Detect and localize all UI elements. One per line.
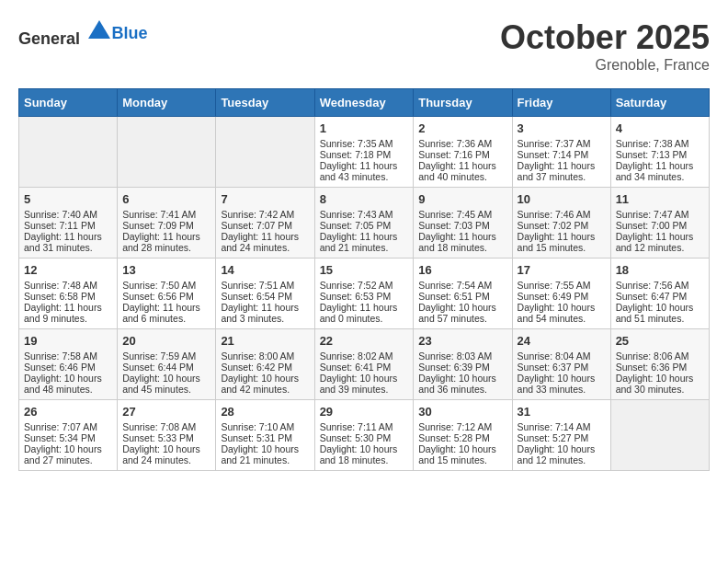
day-number: 6 — [122, 192, 210, 206]
sunrise-text: Sunrise: 8:06 AM — [616, 350, 704, 362]
weekday-header-monday: Monday — [118, 89, 216, 117]
sunrise-text: Sunrise: 7:12 AM — [418, 421, 506, 432]
sunset-text: Sunset: 5:34 PM — [24, 432, 112, 443]
daylight-text: Daylight: 10 hours and 39 minutes. — [320, 373, 409, 395]
calendar-cell: 13Sunrise: 7:50 AMSunset: 6:56 PMDayligh… — [118, 259, 216, 329]
calendar-cell: 25Sunrise: 8:06 AMSunset: 6:36 PMDayligh… — [610, 329, 709, 400]
calendar-cell: 24Sunrise: 8:04 AMSunset: 6:37 PMDayligh… — [512, 329, 610, 400]
day-number: 5 — [24, 192, 112, 206]
sunset-text: Sunset: 6:41 PM — [320, 362, 409, 373]
calendar-week-row: 12Sunrise: 7:48 AMSunset: 6:58 PMDayligh… — [19, 259, 710, 329]
sunrise-text: Sunrise: 7:40 AM — [24, 209, 112, 220]
day-number: 18 — [616, 263, 704, 277]
daylight-text: Daylight: 11 hours and 40 minutes. — [418, 160, 506, 182]
calendar-cell: 11Sunrise: 7:47 AMSunset: 7:00 PMDayligh… — [610, 188, 709, 259]
calendar-table: SundayMondayTuesdayWednesdayThursdayFrid… — [18, 88, 710, 471]
logo-icon — [86, 18, 112, 44]
sunset-text: Sunset: 7:18 PM — [320, 149, 409, 160]
calendar-cell: 15Sunrise: 7:52 AMSunset: 6:53 PMDayligh… — [314, 259, 414, 329]
sunrise-text: Sunrise: 7:55 AM — [518, 280, 606, 291]
day-number: 23 — [418, 334, 506, 348]
sunset-text: Sunset: 6:42 PM — [221, 362, 309, 373]
weekday-header-friday: Friday — [512, 89, 610, 117]
sunset-text: Sunset: 7:07 PM — [221, 220, 309, 231]
daylight-text: Daylight: 10 hours and 15 minutes. — [418, 443, 506, 465]
daylight-text: Daylight: 11 hours and 21 minutes. — [320, 231, 409, 253]
page-header: General Blue October 2025 Grenoble, Fran… — [18, 18, 710, 74]
calendar-cell: 2Sunrise: 7:36 AMSunset: 7:16 PMDaylight… — [414, 117, 512, 188]
calendar-cell: 19Sunrise: 7:58 AMSunset: 6:46 PMDayligh… — [19, 329, 118, 400]
sunrise-text: Sunrise: 7:43 AM — [320, 209, 409, 220]
sunrise-text: Sunrise: 8:02 AM — [320, 350, 409, 362]
daylight-text: Daylight: 11 hours and 15 minutes. — [518, 231, 606, 253]
sunrise-text: Sunrise: 7:45 AM — [418, 209, 506, 220]
sunset-text: Sunset: 7:05 PM — [320, 220, 409, 231]
logo: General Blue — [18, 18, 148, 49]
day-number: 27 — [122, 405, 210, 419]
calendar-cell: 28Sunrise: 7:10 AMSunset: 5:31 PMDayligh… — [216, 400, 314, 471]
sunrise-text: Sunrise: 7:54 AM — [418, 280, 506, 291]
sunset-text: Sunset: 6:39 PM — [418, 362, 506, 373]
daylight-text: Daylight: 11 hours and 12 minutes. — [616, 231, 704, 253]
sunrise-text: Sunrise: 7:47 AM — [616, 209, 704, 220]
daylight-text: Daylight: 11 hours and 3 minutes. — [221, 302, 309, 324]
day-number: 11 — [616, 192, 704, 206]
sunset-text: Sunset: 6:37 PM — [518, 362, 606, 373]
daylight-text: Daylight: 11 hours and 43 minutes. — [320, 160, 409, 182]
calendar-week-row: 5Sunrise: 7:40 AMSunset: 7:11 PMDaylight… — [19, 188, 710, 259]
sunset-text: Sunset: 6:51 PM — [418, 291, 506, 302]
sunset-text: Sunset: 6:56 PM — [122, 291, 210, 302]
calendar-cell: 4Sunrise: 7:38 AMSunset: 7:13 PMDaylight… — [610, 117, 709, 188]
day-number: 21 — [221, 334, 309, 348]
day-number: 16 — [418, 263, 506, 277]
day-number: 19 — [24, 334, 112, 348]
calendar-cell — [610, 400, 709, 471]
sunrise-text: Sunrise: 7:36 AM — [418, 138, 506, 149]
sunrise-text: Sunrise: 7:14 AM — [518, 421, 606, 432]
sunset-text: Sunset: 6:44 PM — [122, 362, 210, 373]
weekday-header-saturday: Saturday — [610, 89, 709, 117]
sunrise-text: Sunrise: 7:52 AM — [320, 280, 409, 291]
calendar-cell: 9Sunrise: 7:45 AMSunset: 7:03 PMDaylight… — [414, 188, 512, 259]
daylight-text: Daylight: 11 hours and 34 minutes. — [616, 160, 704, 182]
sunrise-text: Sunrise: 7:08 AM — [122, 421, 210, 432]
sunset-text: Sunset: 7:09 PM — [122, 220, 210, 231]
calendar-cell — [216, 117, 314, 188]
sunset-text: Sunset: 5:31 PM — [221, 432, 309, 443]
logo-general: General — [18, 29, 80, 48]
day-number: 17 — [518, 263, 606, 277]
title-block: October 2025 Grenoble, France — [500, 18, 710, 74]
day-number: 20 — [122, 334, 210, 348]
sunset-text: Sunset: 7:02 PM — [518, 220, 606, 231]
calendar-cell: 12Sunrise: 7:48 AMSunset: 6:58 PMDayligh… — [19, 259, 118, 329]
day-number: 12 — [24, 263, 112, 277]
calendar-cell: 31Sunrise: 7:14 AMSunset: 5:27 PMDayligh… — [512, 400, 610, 471]
calendar-cell: 14Sunrise: 7:51 AMSunset: 6:54 PMDayligh… — [216, 259, 314, 329]
sunset-text: Sunset: 7:11 PM — [24, 220, 112, 231]
day-number: 7 — [221, 192, 309, 206]
daylight-text: Daylight: 10 hours and 18 minutes. — [320, 443, 409, 465]
calendar-cell: 30Sunrise: 7:12 AMSunset: 5:28 PMDayligh… — [414, 400, 512, 471]
sunrise-text: Sunrise: 7:59 AM — [122, 350, 210, 362]
calendar-cell: 1Sunrise: 7:35 AMSunset: 7:18 PMDaylight… — [314, 117, 414, 188]
day-number: 31 — [518, 405, 606, 419]
sunset-text: Sunset: 6:58 PM — [24, 291, 112, 302]
sunrise-text: Sunrise: 7:51 AM — [221, 280, 309, 291]
daylight-text: Daylight: 10 hours and 21 minutes. — [221, 443, 309, 465]
sunset-text: Sunset: 5:30 PM — [320, 432, 409, 443]
daylight-text: Daylight: 11 hours and 31 minutes. — [24, 231, 112, 253]
sunrise-text: Sunrise: 7:11 AM — [320, 421, 409, 432]
calendar-cell — [19, 117, 118, 188]
sunrise-text: Sunrise: 7:58 AM — [24, 350, 112, 362]
daylight-text: Daylight: 11 hours and 18 minutes. — [418, 231, 506, 253]
sunrise-text: Sunrise: 7:10 AM — [221, 421, 309, 432]
logo-blue: Blue — [112, 24, 148, 42]
sunset-text: Sunset: 5:33 PM — [122, 432, 210, 443]
svg-marker-0 — [88, 20, 110, 39]
calendar-week-row: 1Sunrise: 7:35 AMSunset: 7:18 PMDaylight… — [19, 117, 710, 188]
daylight-text: Daylight: 10 hours and 24 minutes. — [122, 443, 210, 465]
daylight-text: Daylight: 11 hours and 37 minutes. — [518, 160, 606, 182]
sunset-text: Sunset: 7:16 PM — [418, 149, 506, 160]
daylight-text: Daylight: 10 hours and 48 minutes. — [24, 373, 112, 395]
day-number: 14 — [221, 263, 309, 277]
